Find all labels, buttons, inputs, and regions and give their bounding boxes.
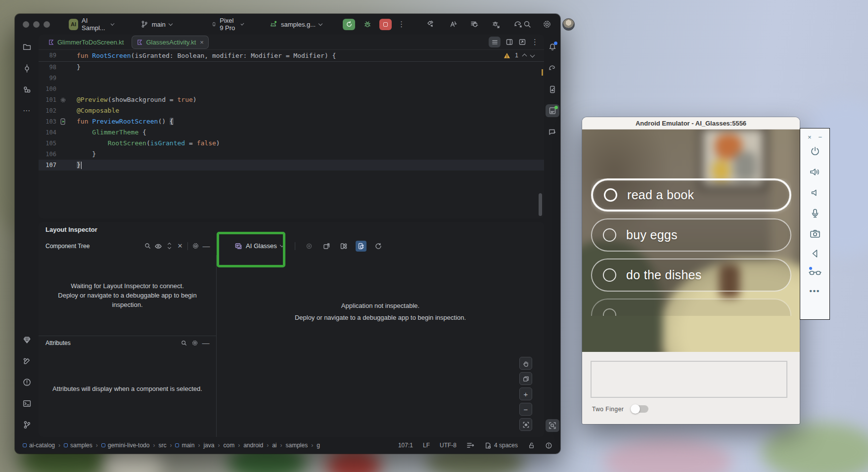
attributes-search-icon[interactable]	[179, 338, 189, 348]
breadcrumb-samples[interactable]: samples	[286, 442, 308, 449]
code-line-103[interactable]: 103fun PreviewRootScreen() {	[39, 116, 544, 127]
code-line-106[interactable]: 106 }	[39, 149, 544, 160]
emulator-title[interactable]: Android Emulator - AI_Glasses:5556	[582, 117, 800, 129]
code-line-98[interactable]: 98}	[39, 62, 544, 73]
code-line-89[interactable]: 89fun RootScreen(isGranted: Boolean, mod…	[39, 50, 544, 62]
zoom-window-icon[interactable]	[44, 21, 50, 28]
zoom-out-icon[interactable]: −	[519, 403, 532, 416]
expand-collapse-icon[interactable]	[164, 241, 175, 252]
tab-GlassesActivity.kt[interactable]: GlassesActivity.kt×	[132, 36, 208, 48]
terminal-tool-icon[interactable]	[20, 397, 34, 410]
editor-scrollbar[interactable]	[539, 193, 542, 216]
todo-item[interactable]: do the dishes	[591, 258, 791, 292]
smart-glasses-icon[interactable]	[809, 268, 822, 278]
tree-search-icon[interactable]	[142, 241, 153, 252]
debug-button[interactable]	[361, 19, 373, 30]
rerun-button[interactable]	[343, 19, 355, 30]
breadcrumb-ai-catalog[interactable]: ai-catalog	[23, 442, 55, 449]
search-everywhere-icon[interactable]	[523, 20, 532, 29]
problems-tool-icon[interactable]	[20, 376, 34, 388]
todo-radio-icon[interactable]	[603, 268, 616, 282]
version-control-tool-icon[interactable]	[20, 418, 34, 431]
refresh-icon[interactable]	[373, 241, 384, 252]
back-icon[interactable]	[810, 248, 821, 259]
todo-item[interactable]: buy eggs	[591, 218, 791, 252]
volume-up-icon[interactable]	[809, 166, 822, 178]
microphone-icon[interactable]	[810, 208, 821, 219]
tree-settings-gear-icon[interactable]	[190, 241, 201, 252]
attach-debugger-icon[interactable]	[492, 20, 501, 29]
caret-position[interactable]: 107:1	[398, 442, 413, 449]
tab-options-kebab-icon[interactable]: ⋮	[531, 38, 539, 46]
split-editor-icon[interactable]	[505, 38, 513, 46]
collapse-all-icon[interactable]: ✕	[175, 241, 185, 252]
branch-selector[interactable]: main	[140, 20, 172, 28]
todo-radio-icon[interactable]	[604, 188, 617, 202]
gradle-sync-icon[interactable]	[513, 20, 523, 29]
apply-code-changes-icon[interactable]	[470, 20, 479, 29]
tab-list-icon[interactable]	[489, 37, 501, 47]
run-gutter-icon[interactable]	[56, 116, 69, 127]
todo-radio-icon[interactable]	[603, 228, 616, 242]
emulator-screen[interactable]: read a bookbuy eggsdo the dishes	[582, 129, 800, 352]
breadcrumb-ai[interactable]: ai	[272, 442, 276, 449]
gradle-tool-icon[interactable]	[546, 62, 559, 75]
line-separator[interactable]: LF	[423, 442, 430, 449]
code-line-107[interactable]: 107}	[39, 160, 544, 171]
power-icon[interactable]	[809, 145, 821, 157]
hide-panel-icon[interactable]: —	[201, 241, 212, 252]
structure-tool-icon[interactable]	[20, 83, 34, 96]
pan-hand-icon[interactable]	[519, 357, 532, 370]
device-selector[interactable]: Pixel 9 Pro	[212, 17, 243, 32]
tab-GlimmerToDoScreen.kt[interactable]: GlimmerToDoScreen.kt	[44, 36, 128, 48]
notifications-bell-icon[interactable]	[546, 41, 559, 53]
tab-close-icon[interactable]: ×	[200, 39, 204, 46]
breadcrumb-main[interactable]: main	[175, 442, 194, 449]
visibility-eye-icon[interactable]	[153, 241, 164, 252]
snapshot-export-icon[interactable]	[321, 241, 332, 252]
macos-window-controls[interactable]	[23, 21, 50, 28]
commit-tool-icon[interactable]	[20, 62, 34, 75]
dependencies-tool-icon[interactable]	[20, 333, 34, 346]
breadcrumb-samples[interactable]: samples	[64, 442, 92, 449]
code-line-105[interactable]: 105 RootScreen(isGranted = false)	[39, 138, 544, 149]
breadcrumb-android[interactable]: android	[243, 442, 263, 449]
inspection-widget[interactable]: 1	[503, 52, 534, 59]
layout-inspector-button[interactable]	[546, 419, 559, 432]
more-controls-icon[interactable]: •••	[810, 287, 821, 295]
apply-changes-icon[interactable]	[448, 20, 457, 29]
volume-down-icon[interactable]	[809, 187, 821, 199]
gear-gutter-icon[interactable]	[56, 94, 69, 105]
two-finger-toggle[interactable]	[632, 405, 648, 413]
breadcrumb-gemini-live-todo[interactable]: gemini-live-todo	[101, 442, 150, 449]
inspect-disabled-icon[interactable]	[304, 241, 315, 252]
code-line-99[interactable]: 99	[39, 73, 544, 84]
breadcrumb-java[interactable]: java	[203, 442, 214, 449]
code-line-101[interactable]: 101@Preview(showBackground = true)	[39, 94, 544, 105]
file-encoding[interactable]: UTF-8	[440, 442, 457, 449]
more-tool-windows-icon[interactable]: ⋯	[20, 104, 34, 117]
project-selector[interactable]: AI AI Sampl...	[69, 17, 114, 32]
layers-tree-icon[interactable]	[338, 241, 349, 252]
zoom-fit-icon[interactable]	[519, 418, 532, 431]
layers-2d3d-icon[interactable]	[519, 372, 532, 385]
settings-gear-icon[interactable]	[543, 20, 551, 29]
next-problem-icon[interactable]	[530, 52, 535, 57]
run-options-kebab-icon[interactable]: ⋮	[398, 20, 406, 29]
indent-size[interactable]: 4 spaces	[484, 442, 518, 449]
running-devices-tool-icon[interactable]	[546, 104, 559, 117]
breadcrumb-src[interactable]: src	[158, 442, 166, 449]
camera-icon[interactable]	[809, 228, 821, 239]
zoom-in-icon[interactable]: +	[519, 387, 532, 400]
previous-problem-icon[interactable]	[522, 54, 527, 59]
breadcrumb-com[interactable]: com	[223, 442, 234, 449]
problems-indicator-icon[interactable]	[545, 442, 552, 449]
file-lock-icon[interactable]	[528, 442, 535, 449]
close-window-icon[interactable]	[23, 21, 29, 28]
build-hammer-icon[interactable]	[426, 20, 435, 29]
attributes-hide-icon[interactable]: —	[200, 338, 211, 348]
minimize-window-icon[interactable]	[33, 21, 40, 28]
run-config-selector[interactable]: samples.g...	[269, 20, 322, 28]
emulator-close-icon[interactable]: ×	[808, 133, 812, 141]
stop-button[interactable]	[379, 19, 392, 30]
